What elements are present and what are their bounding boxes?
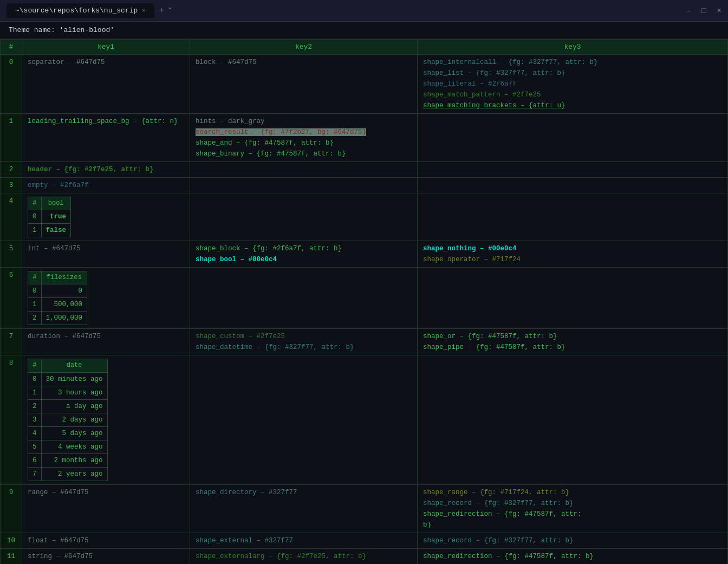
table-row: 2 1,000,000 [28, 312, 87, 325]
table-row: 7 duration – #647d75 shape_custom – #2f7… [1, 329, 728, 355]
key1-cell: float – #647d75 [22, 533, 190, 548]
theme-name-line: Theme name: 'alien-blood' [0, 22, 728, 39]
key1-cell: int – #647d75 [22, 241, 190, 268]
table-row: 1 3 hours ago [28, 386, 108, 399]
date-table: # date 0 30 minutes ago 1 3 hours ago [28, 359, 108, 481]
col-header-key1: key1 [22, 40, 190, 55]
table-row: 9 range – #647d75 shape_directory – #327… [1, 484, 728, 533]
key2-cell: shape_block – {fg: #2f6a7f, attr: b} sha… [190, 241, 418, 268]
key1-cell: duration – #647d75 [22, 329, 190, 355]
window-controls: — □ × [686, 7, 722, 15]
key2-cell [190, 162, 418, 178]
maximize-icon[interactable]: □ [701, 7, 706, 15]
table-row: 1 500,000 [28, 298, 87, 312]
row-num: 6 [1, 268, 22, 329]
key1-cell: # bool 0 true 1 false [22, 193, 190, 241]
titlebar: ~\source\repos\forks\nu_scrip × + ˅ — □ … [0, 0, 728, 22]
key3-cell: shape_record – {fg: #327f77, attr: b} [418, 533, 728, 548]
key1-cell: header – {fg: #2f7e25, attr: b} [22, 162, 190, 178]
table-row: 10 float – #647d75 shape_external – #327… [1, 533, 728, 548]
main-table: # key1 key2 key3 0 separator – #647d75 b… [0, 39, 728, 564]
col-header-hash: # [1, 40, 22, 55]
key3-cell [418, 178, 728, 193]
table-row: 2 header – {fg: #2f7e25, attr: b} [1, 162, 728, 178]
table-row: 3 2 days ago [28, 413, 108, 426]
table-row: 0 0 [28, 284, 87, 298]
key3-cell: shape_or – {fg: #47587f, attr: b} shape_… [418, 329, 728, 355]
key2-cell [190, 268, 418, 329]
key1-cell: range – #647d75 [22, 484, 190, 533]
active-tab[interactable]: ~\source\repos\forks\nu_scrip × [6, 3, 154, 18]
row-num: 4 [1, 193, 22, 241]
key2-cell: shape_custom – #2f7e25 shape_datetime – … [190, 329, 418, 355]
window-close-icon[interactable]: × [717, 7, 722, 15]
key3-cell [418, 114, 728, 162]
key3-cell: shape_redirection – {fg: #47587f, attr: … [418, 548, 728, 564]
key2-cell [190, 355, 418, 484]
table-row: 5 4 weeks ago [28, 440, 108, 453]
key1-cell: empty – #2f6a7f [22, 178, 190, 193]
row-num: 0 [1, 55, 22, 114]
key2-cell: block – #647d75 [190, 55, 418, 114]
key1-cell: separator – #647d75 [22, 55, 190, 114]
table-row: 1 false [28, 224, 71, 237]
key2-cell [190, 193, 418, 241]
table-row: 2 a day ago [28, 399, 108, 413]
row-num: 2 [1, 162, 22, 178]
key3-cell: shape_range – {fg: #717f24, attr: b} sha… [418, 484, 728, 533]
row-num: 10 [1, 533, 22, 548]
table-row: 0 30 minutes ago [28, 372, 108, 386]
key1-cell: leading_trailing_space_bg – {attr: n} [22, 114, 190, 162]
table-row: 4 5 days ago [28, 426, 108, 440]
col-header-key2: key2 [190, 40, 418, 55]
key3-cell [418, 193, 728, 241]
col-header-key3: key3 [418, 40, 728, 55]
filesizes-table: # filesizes 0 0 1 500,000 [28, 271, 87, 325]
key3-cell: shape_internalcall – {fg: #327f77, attr:… [418, 55, 728, 114]
tab-chevron-icon[interactable]: ˅ [168, 7, 172, 15]
key2-cell [190, 178, 418, 193]
table-row: 1 leading_trailing_space_bg – {attr: n} … [1, 114, 728, 162]
row-num: 11 [1, 548, 22, 564]
key2-cell: shape_external – #327f77 [190, 533, 418, 548]
table-row: 8 # date 0 30 minutes ago [1, 355, 728, 484]
key3-cell [418, 268, 728, 329]
key2-cell: hints – dark_gray search_result – {fg: #… [190, 114, 418, 162]
new-tab-icon[interactable]: + [159, 6, 164, 16]
key1-cell: # date 0 30 minutes ago 1 3 hours ago [22, 355, 190, 484]
row-num: 9 [1, 484, 22, 533]
tab-close-icon[interactable]: × [142, 8, 146, 14]
key1-cell: # filesizes 0 0 1 500,000 [22, 268, 190, 329]
table-row: 6 # filesizes 0 0 [1, 268, 728, 329]
row-num: 8 [1, 355, 22, 484]
table-row: 0 true [28, 210, 71, 224]
table-row: 6 2 months ago [28, 453, 108, 467]
key3-cell [418, 162, 728, 178]
key1-cell: string – #647d75 [22, 548, 190, 564]
row-num: 7 [1, 329, 22, 355]
table-row: 11 string – #647d75 shape_externalarg – … [1, 548, 728, 564]
table-row: 0 separator – #647d75 block – #647d75 sh… [1, 55, 728, 114]
table-row: 3 empty – #2f6a7f [1, 178, 728, 193]
minimize-icon[interactable]: — [686, 7, 691, 15]
key3-cell [418, 355, 728, 484]
table-row: 5 int – #647d75 shape_block – {fg: #2f6a… [1, 241, 728, 268]
key2-cell: shape_directory – #327f77 [190, 484, 418, 533]
key3-cell: shape_nothing – #00e0c4 shape_operator –… [418, 241, 728, 268]
bool-table: # bool 0 true 1 false [28, 197, 71, 237]
key2-cell: shape_externalarg – {fg: #2f7e25, attr: … [190, 548, 418, 564]
row-num: 5 [1, 241, 22, 268]
tab-label: ~\source\repos\forks\nu_scrip [15, 7, 138, 15]
row-num: 1 [1, 114, 22, 162]
table-row: 7 2 years ago [28, 467, 108, 481]
table-row: 4 # bool 0 true [1, 193, 728, 241]
row-num: 3 [1, 178, 22, 193]
